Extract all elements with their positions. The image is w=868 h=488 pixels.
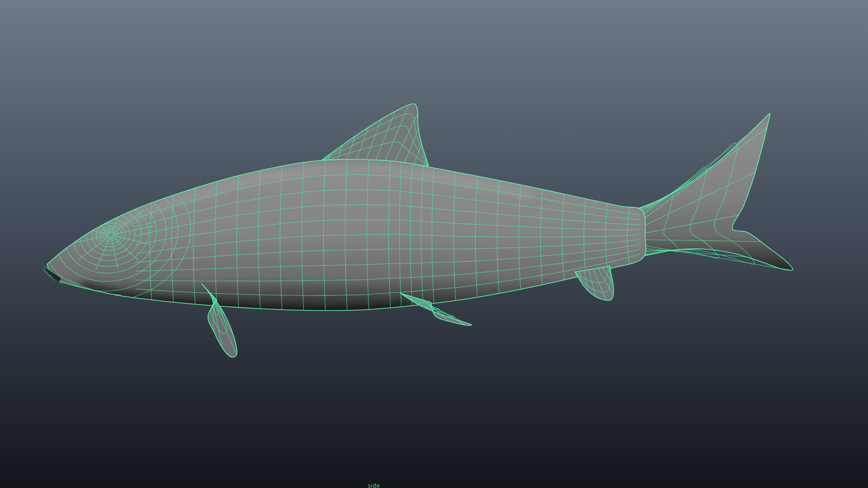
tail-fin[interactable] bbox=[632, 113, 793, 270]
viewport-panel[interactable]: side bbox=[0, 0, 868, 488]
fish-wireframe-model[interactable] bbox=[0, 0, 868, 488]
anal-fin[interactable] bbox=[575, 266, 613, 300]
camera-view-label: side bbox=[368, 483, 380, 488]
dorsal-fin[interactable] bbox=[317, 104, 429, 166]
fish-body[interactable] bbox=[19, 154, 646, 316]
